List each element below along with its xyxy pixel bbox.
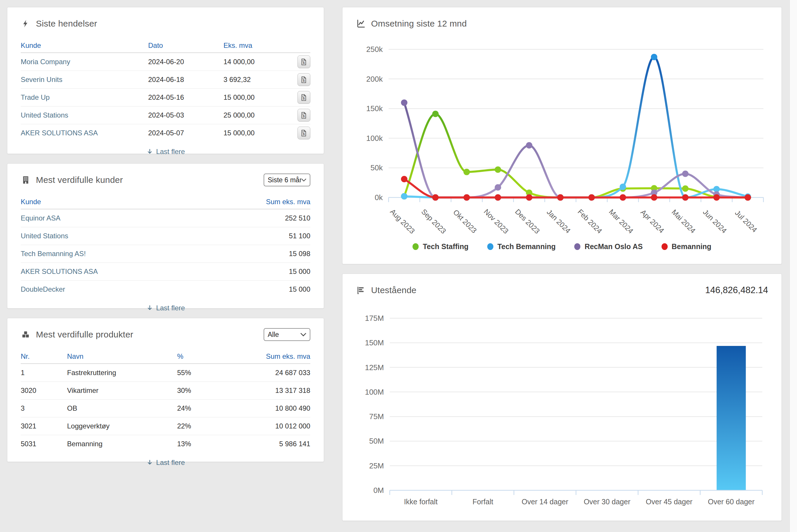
invoice-button[interactable]: $: [297, 127, 310, 139]
svg-text:0M: 0M: [374, 486, 384, 495]
scrollbar-track[interactable]: [790, 0, 797, 532]
customer-link[interactable]: Severin Units: [21, 76, 148, 84]
legend-label: Tech Staffing: [423, 242, 468, 251]
gridlines: [390, 318, 762, 466]
svg-text:$: $: [303, 114, 305, 118]
panel-title: Mest verdifulle produkter: [36, 329, 133, 340]
data-point: [432, 111, 439, 117]
panel-latest-events-header: Siste hendelser: [21, 16, 310, 31]
invoice-icon: $: [300, 94, 308, 101]
legend-item-recman-oslo-as[interactable]: RecMan Oslo AS: [574, 242, 642, 251]
data-point: [526, 194, 532, 201]
invoice-button[interactable]: $: [297, 109, 310, 121]
table-row: Tech Bemanning AS!15 098: [21, 245, 310, 263]
svg-text:Forfalt: Forfalt: [473, 498, 493, 506]
svg-text:Over 30 dager: Over 30 dager: [584, 498, 630, 506]
arrow-down-icon: [146, 148, 153, 155]
customer-link[interactable]: AKER SOLUTIONS ASA: [21, 267, 195, 276]
customer-link[interactable]: Equinor ASA: [21, 214, 195, 222]
svg-text:Jan 2024: Jan 2024: [545, 208, 573, 235]
invoice-icon: $: [300, 111, 308, 119]
svg-text:100k: 100k: [366, 134, 383, 142]
customers-table-body: Equinor ASA252 510United Stations51 100T…: [21, 209, 310, 298]
event-amount: 15 000,00: [223, 93, 276, 101]
svg-text:150M: 150M: [365, 338, 384, 347]
svg-text:$: $: [303, 61, 305, 64]
column-header-eks-mva[interactable]: Eks. mva: [223, 41, 276, 50]
line-chart-icon: [356, 19, 366, 28]
column-header-kunde[interactable]: Kunde: [21, 41, 148, 50]
customers-period-select[interactable]: Siste 6 måne: [264, 173, 310, 186]
event-date: 2024-06-18: [148, 76, 223, 84]
legend-item-tech-bemanning[interactable]: Tech Bemanning: [487, 242, 556, 251]
product-name: Vikartimer: [67, 386, 177, 395]
invoice-button[interactable]: $: [297, 91, 310, 104]
column-header-kunde[interactable]: Kunde: [21, 198, 195, 206]
data-point: [495, 166, 501, 173]
column-header-nr[interactable]: Nr.: [21, 352, 67, 361]
product-number: 3021: [21, 422, 67, 430]
customer-link[interactable]: United Stations: [21, 232, 195, 240]
column-header-pct[interactable]: %: [177, 352, 253, 361]
svg-text:Des 2023: Des 2023: [513, 207, 541, 235]
customer-link[interactable]: Trade Up: [21, 93, 148, 101]
svg-text:$: $: [303, 79, 305, 82]
product-percent: 30%: [177, 386, 253, 395]
svg-text:Ikke forfalt: Ikke forfalt: [404, 498, 438, 506]
column-header-navn[interactable]: Navn: [67, 352, 177, 361]
svg-text:Apr 2024: Apr 2024: [639, 208, 666, 235]
bar-chart-icon: [356, 285, 366, 295]
customers-table-header: Kunde Sum eks. mva: [21, 194, 310, 209]
event-amount: 3 692,32: [223, 76, 276, 84]
data-point: [682, 194, 689, 201]
legend-marker: [413, 243, 419, 250]
customer-link[interactable]: Moria Company: [21, 58, 148, 66]
bolt-icon: [21, 19, 31, 28]
load-more-customers[interactable]: Last flere: [21, 304, 310, 312]
invoice-button[interactable]: $: [297, 55, 310, 68]
product-number: 5031: [21, 440, 67, 448]
svg-text:25M: 25M: [369, 461, 384, 470]
table-row: Moria Company2024-06-2014 000,00$: [21, 53, 310, 71]
data-point: [464, 169, 470, 175]
products-table-header: Nr. Navn % Sum eks. mva: [21, 349, 310, 364]
customer-link[interactable]: AKER SOLUTIONS ASA: [21, 129, 148, 137]
products-filter-select[interactable]: Alle: [264, 328, 310, 341]
arrow-down-icon: [146, 304, 153, 311]
customer-link[interactable]: United Stations: [21, 111, 148, 119]
column-header-dato[interactable]: Dato: [148, 41, 223, 50]
data-point: [464, 194, 470, 201]
event-actions: $: [276, 109, 310, 121]
column-header-sum[interactable]: Sum eks. mva: [253, 352, 310, 361]
event-actions: $: [276, 73, 310, 86]
legend-item-bemanning[interactable]: Bemanning: [662, 242, 711, 251]
x-axis-labels: Ikke forfaltForfaltOver 14 dagerOver 30 …: [404, 498, 755, 506]
svg-text:Mar 2024: Mar 2024: [608, 207, 635, 235]
invoice-icon: $: [300, 76, 308, 84]
invoice-button[interactable]: $: [297, 73, 310, 86]
product-number: 3: [21, 404, 67, 413]
outstanding-total: 146,826,482.14: [705, 285, 768, 296]
svg-text:200k: 200k: [366, 75, 383, 83]
svg-text:Feb 2024: Feb 2024: [576, 207, 604, 235]
product-number: 3020: [21, 386, 67, 395]
svg-text:50k: 50k: [370, 163, 383, 172]
load-more-events[interactable]: Last flere: [21, 148, 310, 156]
product-name: Fastrekruttering: [67, 369, 177, 377]
arrow-down-icon: [146, 459, 153, 466]
product-percent: 24%: [177, 404, 253, 413]
events-table-body: Moria Company2024-06-2014 000,00$Severin…: [21, 53, 310, 142]
products-table: Nr. Navn % Sum eks. mva 1Fastrekrutterin…: [21, 349, 310, 453]
chart-legend: Tech StaffingTech BemanningRecMan Oslo A…: [356, 242, 768, 253]
column-header-sum[interactable]: Sum eks. mva: [195, 198, 310, 206]
legend-item-tech-staffing[interactable]: Tech Staffing: [413, 242, 468, 251]
revenue-line-chart: 0k50k100k150k200k250kAug 2023Sep 2023Okt…: [356, 38, 767, 240]
product-name: Bemanning: [67, 440, 177, 448]
svg-text:Over 14 dager: Over 14 dager: [522, 498, 568, 506]
x-axis-labels: Aug 2023Sep 2023Okt 2023Nov 2023Des 2023…: [388, 207, 759, 235]
chevron-down-icon: [301, 333, 306, 337]
customer-link[interactable]: Tech Bemanning AS!: [21, 250, 195, 258]
load-more-products[interactable]: Last flere: [21, 458, 310, 467]
svg-text:$: $: [303, 132, 305, 136]
customer-link[interactable]: DoubleDecker: [21, 285, 195, 293]
